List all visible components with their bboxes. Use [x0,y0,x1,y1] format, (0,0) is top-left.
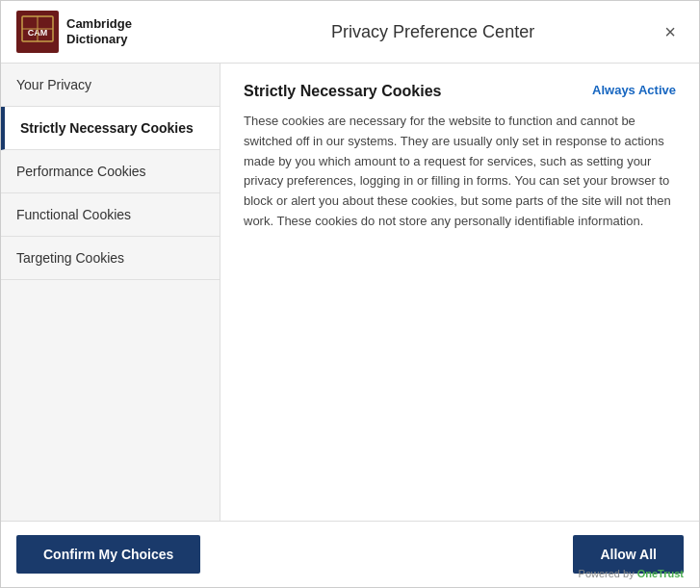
cambridge-logo-icon: CAM [16,11,59,53]
sidebar: Your Privacy Strictly Necessary Cookies … [1,64,220,521]
section-body-text: These cookies are necessary for the webs… [244,112,676,232]
sidebar-item-strictly-necessary[interactable]: Strictly Necessary Cookies [1,107,220,150]
content-panel: Strictly Necessary Cookies Always Active… [220,64,699,521]
modal-title: Privacy Preference Center [331,22,534,42]
privacy-preference-modal: CAM Cambridge Dictionary Privacy Prefere… [0,0,700,588]
powered-by: Powered by OneTrust [579,568,684,579]
confirm-choices-button[interactable]: Confirm My Choices [16,535,200,574]
section-title: Strictly Necessary Cookies [244,83,441,100]
sidebar-item-performance[interactable]: Performance Cookies [1,150,220,193]
modal-header: CAM Cambridge Dictionary Privacy Prefere… [1,1,699,64]
sidebar-item-functional[interactable]: Functional Cookies [1,193,220,237]
close-button[interactable]: × [657,18,684,45]
onetrust-label: OneTrust [637,568,684,579]
header-left: CAM Cambridge Dictionary [16,11,132,53]
logo-text: Cambridge Dictionary [66,16,132,46]
sidebar-item-your-privacy[interactable]: Your Privacy [1,64,220,107]
logo-container: CAM Cambridge Dictionary [16,11,132,53]
section-header: Strictly Necessary Cookies Always Active [244,83,676,100]
always-active-badge: Always Active [592,83,676,97]
modal-body: Your Privacy Strictly Necessary Cookies … [1,64,699,521]
sidebar-item-targeting[interactable]: Targeting Cookies [1,237,220,280]
